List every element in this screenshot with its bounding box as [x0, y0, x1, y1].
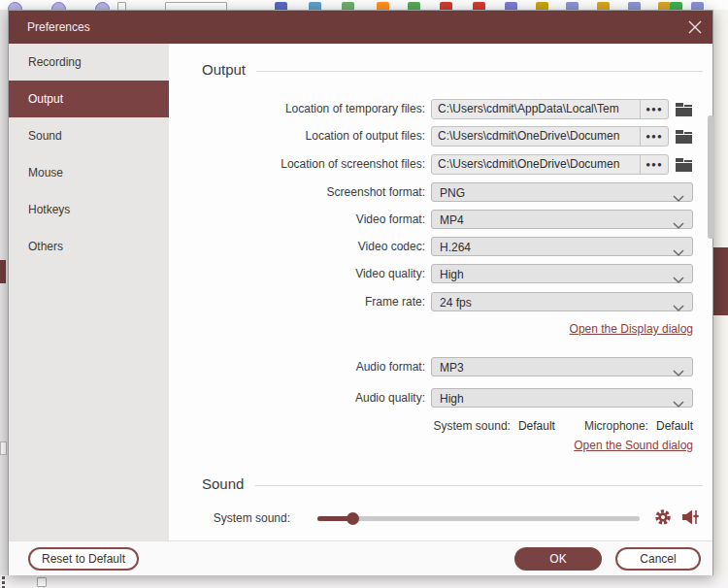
temporary-files-path-field[interactable]: C:\Users\cdmit\AppData\Local\Tem ●●●: [431, 99, 669, 119]
screen: Preferences Recording Output Sound Mouse…: [0, 0, 728, 588]
field-label: Video quality:: [169, 264, 425, 283]
sound-dialog-link-row: Open the Sound dialog: [169, 439, 714, 454]
field-label: Video codec:: [169, 237, 425, 256]
sidebar-item-recording[interactable]: Recording: [9, 44, 169, 81]
toolbar-icon-fragment: [377, 2, 389, 10]
slider-thumb[interactable]: [347, 512, 359, 525]
field-label: Location of temporary files:: [169, 99, 425, 119]
toolbar-icon-fragment: [8, 2, 22, 10]
preferences-dialog: Preferences Recording Output Sound Mouse…: [8, 10, 713, 575]
background-fragment: [0, 441, 7, 455]
system-sound-device-label: System sound:: [434, 419, 511, 433]
dropdown-value: MP4: [432, 213, 464, 227]
microphone-device-value: Default: [656, 419, 693, 433]
dialog-titlebar: Preferences: [9, 11, 712, 44]
gear-icon[interactable]: [654, 508, 672, 526]
open-folder-icon[interactable]: [675, 100, 693, 117]
toolbar-icon-fragment: [670, 2, 682, 10]
dropdown-value: MP3: [432, 361, 464, 375]
path-value: C:\Users\cdmit\OneDrive\Documen: [432, 127, 640, 146]
path-value: C:\Users\cdmit\OneDrive\Documen: [432, 155, 640, 174]
toolbar-icon-fragment: [628, 2, 641, 10]
dropdown-row: Audio format: MP3: [169, 357, 714, 376]
toolbar-icon-fragment: [691, 2, 704, 10]
toolbar-icon-fragment: [566, 2, 579, 10]
system-sound-slider[interactable]: [317, 516, 640, 521]
display-dialog-link-row: Open the Display dialog: [169, 322, 714, 338]
video-quality-dropdown[interactable]: High: [431, 264, 693, 283]
open-sound-dialog-link[interactable]: Open the Sound dialog: [574, 439, 693, 452]
path-row-output: Location of output files: C:\Users\cdmit…: [169, 126, 714, 147]
browse-ellipsis-button[interactable]: ●●●: [640, 155, 668, 174]
system-sound-label: System sound:: [169, 510, 290, 526]
dropdown-row: Frame rate: 24 fps: [169, 292, 714, 311]
open-display-dialog-link[interactable]: Open the Display dialog: [570, 322, 693, 336]
scrollbar-thumb[interactable]: [708, 115, 714, 239]
toolbar-icon-fragment: [275, 2, 287, 10]
path-value: C:\Users\cdmit\AppData\Local\Tem: [432, 100, 640, 118]
audio-devices-row: System sound:DefaultMicrophone:Default: [169, 419, 714, 435]
chevron-down-icon: [673, 364, 684, 381]
dropdown-row: Audio quality: High: [169, 388, 714, 408]
toolbar-combobox-fragment: [165, 2, 227, 10]
ok-button[interactable]: OK: [514, 547, 602, 571]
path-row-screenshot: Location of screenshot files: C:\Users\c…: [169, 154, 714, 176]
section-divider: [255, 485, 703, 486]
reset-to-default-button[interactable]: Reset to Default: [28, 547, 139, 571]
browse-ellipsis-button[interactable]: ●●●: [640, 127, 668, 146]
close-icon[interactable]: [687, 19, 703, 35]
screenshot-format-dropdown[interactable]: PNG: [431, 182, 693, 202]
speaker-volume-icon[interactable]: [681, 508, 701, 526]
open-folder-icon[interactable]: [675, 127, 693, 145]
sidebar: Recording Output Sound Mouse Hotkeys Oth…: [9, 44, 169, 540]
browse-ellipsis-button[interactable]: ●●●: [640, 100, 668, 118]
toolbar-icon-fragment: [440, 2, 452, 10]
field-label: Screenshot format:: [169, 182, 425, 202]
toolbar-icon-fragment: [342, 2, 354, 10]
system-sound-device-value: Default: [518, 419, 555, 433]
video-codec-dropdown[interactable]: H.264: [431, 237, 693, 256]
output-files-path-field[interactable]: C:\Users\cdmit\OneDrive\Documen ●●●: [431, 126, 669, 147]
toolbar-icon-fragment: [408, 2, 420, 10]
frame-rate-dropdown[interactable]: 24 fps: [431, 292, 693, 311]
toolbar-icon-fragment: [473, 2, 485, 10]
dropdown-row: Video codec: H.264: [169, 237, 714, 256]
open-folder-icon[interactable]: [675, 155, 693, 173]
field-label: Frame rate:: [169, 292, 425, 311]
field-label: Video format:: [169, 210, 425, 229]
dropdown-row: Screenshot format: PNG: [169, 182, 714, 202]
field-label: Audio format:: [169, 357, 425, 376]
chevron-down-icon: [673, 299, 684, 316]
field-label: Audio quality:: [169, 388, 425, 408]
chevron-down-icon: [673, 395, 684, 412]
cancel-button[interactable]: Cancel: [615, 547, 701, 571]
chevron-down-icon: [673, 189, 684, 207]
dialog-footer: Reset to Default OK Cancel: [9, 540, 712, 575]
toolbar-icon-fragment: [309, 2, 321, 10]
sidebar-item-sound[interactable]: Sound: [9, 117, 169, 154]
dialog-title: Preferences: [9, 20, 90, 34]
section-divider: [256, 71, 703, 72]
sidebar-item-mouse[interactable]: Mouse: [9, 154, 169, 191]
content-panel: Output Location of temporary files: C:\U…: [169, 44, 712, 540]
background-accent-band: [713, 247, 728, 315]
video-format-dropdown[interactable]: MP4: [431, 210, 693, 229]
dialog-body: Recording Output Sound Mouse Hotkeys Oth…: [9, 44, 712, 540]
screenshot-files-path-field[interactable]: C:\Users\cdmit\OneDrive\Documen ●●●: [431, 154, 669, 175]
toolbar-icon-fragment: [95, 2, 110, 10]
chevron-down-icon: [673, 271, 684, 288]
dropdown-value: High: [432, 392, 464, 406]
toolbar-icon-fragment: [51, 2, 66, 10]
toolbar-icon-fragment: [597, 2, 610, 10]
dropdown-row: Video quality: High: [169, 264, 714, 283]
toolbar-checkbox-fragment: [117, 2, 126, 10]
dropdown-value: H.264: [432, 241, 471, 254]
sidebar-item-hotkeys[interactable]: Hotkeys: [9, 191, 169, 228]
dropdown-value: High: [432, 268, 464, 281]
background-left-sliver: [0, 10, 8, 575]
dropdown-value: PNG: [432, 186, 465, 200]
audio-format-dropdown[interactable]: MP3: [431, 357, 693, 376]
sidebar-item-output[interactable]: Output: [9, 81, 169, 117]
audio-quality-dropdown[interactable]: High: [431, 388, 693, 408]
sidebar-item-others[interactable]: Others: [9, 228, 169, 265]
